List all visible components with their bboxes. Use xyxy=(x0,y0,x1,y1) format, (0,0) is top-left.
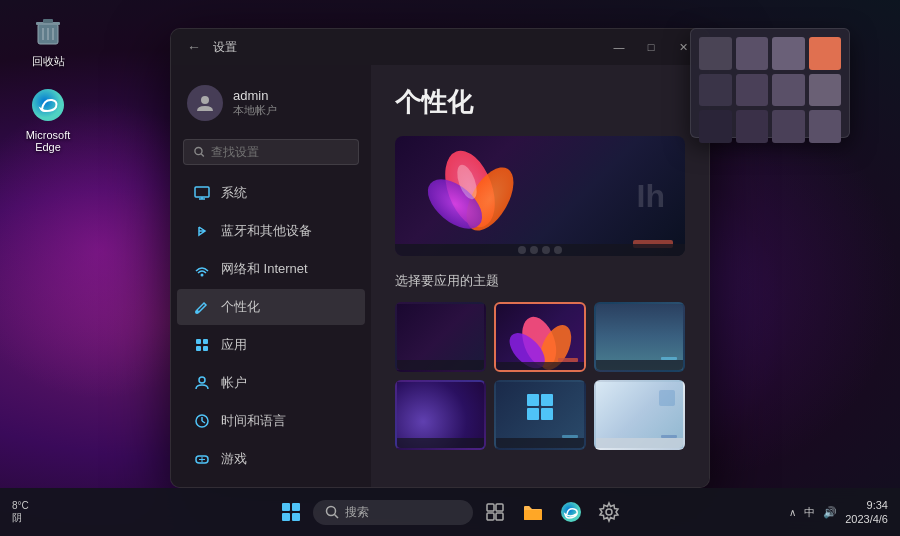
preview-tb-dot-2 xyxy=(530,246,538,254)
color-swatch-2[interactable] xyxy=(772,37,805,70)
preview-tb-dot-1 xyxy=(518,246,526,254)
window-titlebar: ← 设置 — □ ✕ xyxy=(171,29,709,65)
gaming-icon xyxy=(193,450,211,468)
desktop: 回收站 Microsoft Edge xyxy=(0,0,900,536)
maximize-button[interactable]: □ xyxy=(637,36,665,58)
taskbar: 8°C 阴 搜索 xyxy=(0,488,900,536)
nav-label-network: 网络和 Internet xyxy=(221,260,308,278)
task-view-icon xyxy=(485,502,505,522)
edge-taskbar-icon xyxy=(560,501,582,523)
back-button[interactable]: ← xyxy=(183,37,205,57)
time: 9:34 xyxy=(867,498,888,512)
preview-decoration xyxy=(415,144,525,244)
nav-label-bluetooth: 蓝牙和其他设备 xyxy=(221,222,312,240)
svg-rect-36 xyxy=(527,408,539,420)
taskbar-center: 搜索 xyxy=(275,496,625,528)
color-swatch-0[interactable] xyxy=(699,37,732,70)
nav-item-accessibility[interactable]: 辅助功能 xyxy=(177,479,365,487)
svg-line-39 xyxy=(335,515,339,519)
weather-temp: 8°C xyxy=(12,500,29,511)
recycle-bin-label: 回收站 xyxy=(32,54,65,69)
svg-rect-2 xyxy=(43,19,53,23)
weather-condition: 阴 xyxy=(12,511,22,525)
nav-item-network[interactable]: 网络和 Internet xyxy=(177,251,365,287)
task-view-button[interactable] xyxy=(479,496,511,528)
network-icon xyxy=(193,260,211,278)
taskbar-search-label: 搜索 xyxy=(345,504,369,521)
desktop-icons: 回收站 Microsoft Edge xyxy=(16,10,80,153)
settings-taskbar-button[interactable] xyxy=(593,496,625,528)
nav-item-apps[interactable]: 应用 xyxy=(177,327,365,363)
theme-item-1[interactable] xyxy=(494,302,585,372)
user-profile[interactable]: admin 本地帐户 xyxy=(171,77,371,133)
color-swatch-4[interactable] xyxy=(699,74,732,107)
volume-icon[interactable]: 🔊 xyxy=(823,506,837,519)
color-palette xyxy=(690,28,850,138)
nav-item-personalization[interactable]: 个性化 xyxy=(177,289,365,325)
svg-rect-41 xyxy=(496,504,503,511)
taskbar-search[interactable]: 搜索 xyxy=(313,500,473,525)
theme-item-0[interactable] xyxy=(395,302,486,372)
desktop-icon-recycle-bin[interactable]: 回收站 xyxy=(16,10,80,69)
nav-item-accounts[interactable]: 帐户 xyxy=(177,365,365,401)
svg-line-9 xyxy=(201,154,204,157)
color-swatch-11[interactable] xyxy=(809,110,842,143)
svg-rect-10 xyxy=(195,187,209,197)
theme-item-3[interactable] xyxy=(395,380,486,450)
color-swatch-5[interactable] xyxy=(736,74,769,107)
svg-point-45 xyxy=(561,502,581,522)
user-type: 本地帐户 xyxy=(233,103,277,118)
windows-logo xyxy=(282,503,300,521)
svg-point-6 xyxy=(32,89,64,121)
color-swatch-3[interactable] xyxy=(809,37,842,70)
preview-tb-dot-3 xyxy=(542,246,550,254)
edge-taskbar-button[interactable] xyxy=(555,496,587,528)
svg-rect-43 xyxy=(496,513,503,520)
svg-point-46 xyxy=(606,509,612,515)
preview-taskbar xyxy=(395,244,685,256)
color-swatch-1[interactable] xyxy=(736,37,769,70)
recycle-bin-icon xyxy=(28,10,68,50)
desktop-icon-edge[interactable]: Microsoft Edge xyxy=(16,85,80,153)
nav-item-gaming[interactable]: 游戏 xyxy=(177,441,365,477)
systray-chevron[interactable]: ∧ xyxy=(789,507,796,518)
apps-icon xyxy=(193,336,211,354)
theme-item-4[interactable] xyxy=(494,380,585,450)
search-icon xyxy=(194,146,205,158)
nav-label-system: 系统 xyxy=(221,184,247,202)
color-swatch-7[interactable] xyxy=(809,74,842,107)
window-title-label: 设置 xyxy=(213,39,237,56)
nav-item-time[interactable]: 时间和语言 xyxy=(177,403,365,439)
color-swatch-9[interactable] xyxy=(736,110,769,143)
nav-item-system[interactable]: 系统 xyxy=(177,175,365,211)
settings-window: ← 设置 — □ ✕ xyxy=(170,28,710,488)
color-swatch-6[interactable] xyxy=(772,74,805,107)
avatar xyxy=(187,85,223,121)
ime-indicator[interactable]: 中 xyxy=(804,505,815,520)
svg-rect-17 xyxy=(196,346,201,351)
username: admin xyxy=(233,88,277,103)
window-body: admin 本地帐户 系统 xyxy=(171,65,709,487)
color-swatch-10[interactable] xyxy=(772,110,805,143)
nav-label-accounts: 帐户 xyxy=(221,374,247,392)
user-info: admin 本地帐户 xyxy=(233,88,277,118)
start-button[interactable] xyxy=(275,496,307,528)
svg-point-7 xyxy=(201,96,209,104)
nav-item-bluetooth[interactable]: 蓝牙和其他设备 xyxy=(177,213,365,249)
clock-icon xyxy=(193,412,211,430)
svg-rect-15 xyxy=(196,339,201,344)
color-swatch-8[interactable] xyxy=(699,110,732,143)
settings-search-input[interactable] xyxy=(211,145,348,159)
file-explorer-button[interactable] xyxy=(517,496,549,528)
svg-point-19 xyxy=(199,377,205,383)
theme-item-2[interactable] xyxy=(594,302,685,372)
nav-label-time: 时间和语言 xyxy=(221,412,286,430)
theme-label: 选择要应用的主题 xyxy=(395,272,685,290)
time-display[interactable]: 9:34 2023/4/6 xyxy=(845,498,888,527)
page-title: 个性化 xyxy=(395,85,685,120)
settings-search[interactable] xyxy=(183,139,359,165)
brush-icon xyxy=(193,298,211,316)
theme-item-5[interactable] xyxy=(594,380,685,450)
minimize-button[interactable]: — xyxy=(605,36,633,58)
preview-tb-dot-4 xyxy=(554,246,562,254)
